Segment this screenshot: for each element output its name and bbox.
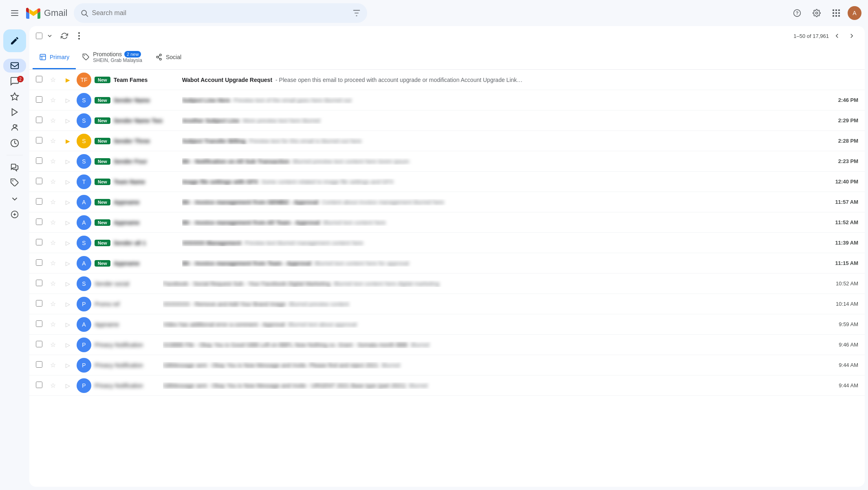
star-button[interactable]: ☆ [47, 298, 59, 310]
important-button[interactable]: ▷ [62, 95, 73, 106]
email-row[interactable]: ☆▷ANewAppnameBlr - Invoice management fr… [29, 212, 865, 233]
sidebar-item-contacts[interactable] [3, 121, 26, 135]
avatar-button[interactable]: A [848, 6, 861, 20]
email-checkbox[interactable] [36, 157, 42, 164]
important-button[interactable]: ▷ [62, 156, 73, 167]
help-button[interactable]: ? [789, 5, 805, 21]
email-checkbox[interactable] [36, 382, 42, 388]
search-bar[interactable] [74, 3, 367, 23]
email-row[interactable]: ☆▷SNewSender Name TwoAnother Subject Lin… [29, 110, 865, 131]
star-button[interactable]: ☆ [47, 176, 59, 188]
star-button[interactable]: ☆ [47, 74, 59, 86]
email-row[interactable]: ☆▷PPrivacy NotificationGBMessage sent - … [29, 355, 865, 375]
refresh-button[interactable] [58, 29, 71, 42]
email-row[interactable]: ☆▷ANewAppnameBlr - Invoice management fr… [29, 192, 865, 212]
important-button[interactable]: ▷ [62, 196, 73, 208]
important-button[interactable]: ▷ [62, 176, 73, 188]
important-button[interactable]: ▷ [62, 380, 73, 391]
important-button[interactable]: ▷ [62, 339, 73, 351]
email-row[interactable]: ☆▷SSender socialFacebook - Social Reques… [29, 274, 865, 294]
tab-promotions[interactable]: Promotions 2 new SHEIN, Grab Malaysia [76, 46, 149, 69]
email-subject: Blr - Invoice management from All Team -… [182, 219, 320, 226]
sidebar-item-collab[interactable] [3, 160, 26, 174]
svg-point-26 [78, 32, 80, 34]
select-all-checkbox[interactable] [36, 33, 42, 39]
sidebar-item-chat[interactable]: 2 [3, 74, 26, 88]
important-button[interactable]: ▷ [62, 360, 73, 371]
sidebar-item-tags[interactable] [3, 176, 26, 190]
email-row[interactable]: ☆▷ANewAppnameBlr - Invoice management fr… [29, 253, 865, 274]
email-checkbox[interactable] [36, 341, 42, 347]
email-row[interactable]: ☆▷AAppnameVideo has additional error a c… [29, 314, 865, 335]
email-time: 10:14 AM [830, 301, 858, 307]
new-badge: New [95, 199, 110, 205]
important-button[interactable]: ▷ [62, 237, 73, 249]
add-sidebar-button[interactable] [7, 206, 23, 223]
email-row[interactable]: ☆▷TNewTeam NameImage file settings with … [29, 172, 865, 192]
sidebar-item-tasks[interactable] [3, 136, 26, 150]
email-checkbox[interactable] [36, 219, 42, 225]
email-checkbox[interactable] [36, 239, 42, 245]
important-button[interactable]: ▶ [62, 135, 73, 147]
important-button[interactable]: ▷ [62, 115, 73, 126]
more-toolbar-button[interactable] [73, 29, 86, 42]
sidebar-item-spaces[interactable] [3, 90, 26, 104]
compose-button[interactable] [3, 29, 26, 52]
search-options-icon[interactable] [352, 9, 361, 17]
sidebar-item-mail[interactable] [3, 59, 26, 73]
email-checkbox[interactable] [36, 361, 42, 368]
important-button[interactable]: ▶ [62, 74, 73, 86]
important-button[interactable]: ▷ [62, 258, 73, 269]
tab-primary[interactable]: Primary [33, 46, 76, 69]
email-row[interactable]: ☆▶TFNewTeam FamesWabot Account Upgrade R… [29, 70, 865, 90]
star-button[interactable]: ☆ [47, 217, 59, 228]
email-row[interactable]: ☆▷SNewSender FourBlr - Notification on A… [29, 151, 865, 172]
sidebar-collapse[interactable] [10, 194, 19, 205]
star-button[interactable]: ☆ [47, 360, 59, 371]
star-button[interactable]: ☆ [47, 258, 59, 269]
email-row[interactable]: ☆▷PPromo refXXXXXXX - Remove and Add You… [29, 294, 865, 314]
email-checkbox[interactable] [36, 320, 42, 327]
sender-avatar: P [77, 378, 91, 393]
star-button[interactable]: ☆ [47, 339, 59, 351]
star-button[interactable]: ☆ [47, 95, 59, 106]
email-row[interactable]: ☆▷SNewSender NameSubject Line Here Previ… [29, 90, 865, 110]
important-button[interactable]: ▷ [62, 217, 73, 228]
star-button[interactable]: ☆ [47, 278, 59, 289]
email-checkbox[interactable] [36, 76, 42, 82]
email-row[interactable]: ☆▷SNewSender alt 1XXXXXX Management Prev… [29, 233, 865, 253]
star-button[interactable]: ☆ [47, 380, 59, 391]
next-page-button[interactable] [845, 29, 858, 42]
email-checkbox[interactable] [36, 198, 42, 205]
email-checkbox[interactable] [36, 280, 42, 286]
email-checkbox[interactable] [36, 259, 42, 266]
email-row[interactable]: ☆▷PPrivacy NotificationGBMessage sent - … [29, 375, 865, 396]
email-checkbox[interactable] [36, 117, 42, 123]
tab-social[interactable]: Social [149, 46, 188, 69]
email-time: 2:28 PM [830, 138, 858, 144]
menu-button[interactable] [7, 5, 23, 21]
email-checkbox[interactable] [36, 96, 42, 103]
email-checkbox[interactable] [36, 137, 42, 143]
star-button[interactable]: ☆ [47, 196, 59, 208]
email-checkbox[interactable] [36, 300, 42, 307]
star-button[interactable]: ☆ [47, 156, 59, 167]
star-button[interactable]: ☆ [47, 135, 59, 147]
settings-button[interactable] [809, 5, 825, 21]
email-row[interactable]: ☆▶SNewSender ThreeSubject Transfer Billi… [29, 131, 865, 151]
important-button[interactable]: ▷ [62, 298, 73, 310]
email-checkbox[interactable] [36, 178, 42, 184]
search-input[interactable] [92, 9, 349, 17]
sidebar-item-meet[interactable] [3, 105, 26, 119]
star-button[interactable]: ☆ [47, 319, 59, 330]
promotions-tab-icon [82, 53, 90, 61]
select-dropdown-button[interactable] [43, 29, 56, 42]
email-row[interactable]: ☆▷PPrivacy NotificationGGBBB File - Okay… [29, 335, 865, 355]
email-subject: Another Subject Line [182, 117, 240, 124]
important-button[interactable]: ▷ [62, 319, 73, 330]
prev-page-button[interactable] [831, 29, 844, 42]
star-button[interactable]: ☆ [47, 115, 59, 126]
important-button[interactable]: ▷ [62, 278, 73, 289]
apps-button[interactable] [828, 5, 844, 21]
star-button[interactable]: ☆ [47, 237, 59, 249]
